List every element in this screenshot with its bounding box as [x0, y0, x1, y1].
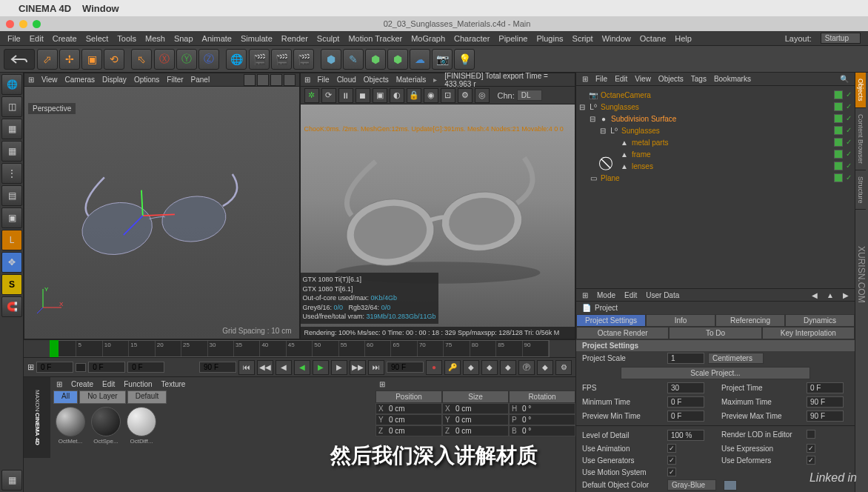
- vp-menu-filter[interactable]: Filter: [167, 76, 183, 84]
- goto-start-button[interactable]: ⏮: [238, 360, 255, 375]
- key-rot-button[interactable]: ◆: [500, 360, 516, 375]
- texture-mode[interactable]: ▦: [1, 119, 22, 139]
- obj-menu-file[interactable]: File: [595, 75, 607, 83]
- menu-mesh[interactable]: Mesh: [145, 34, 165, 43]
- mat-toggle-icon[interactable]: ⊞: [56, 380, 62, 388]
- menu-help[interactable]: Help: [675, 34, 692, 43]
- mat-tab-default[interactable]: Default: [127, 390, 167, 404]
- tree-item-label[interactable]: Sunglasses: [601, 103, 639, 111]
- attr-nav-up[interactable]: ▲: [827, 291, 834, 299]
- project-scale-field[interactable]: [667, 353, 704, 364]
- timeline[interactable]: 0 5 10 15 20 25 30 35 40 45 50 55 60 65 …: [24, 339, 575, 357]
- obj-menu-view[interactable]: View: [635, 75, 651, 83]
- menu-sculpt[interactable]: Sculpt: [317, 34, 340, 43]
- octane-start-icon[interactable]: ✲: [304, 88, 319, 103]
- menu-plugins[interactable]: Plugins: [536, 34, 563, 43]
- attr-menu-userdata[interactable]: User Data: [646, 291, 679, 299]
- octane-stop-icon[interactable]: ⏹: [355, 88, 370, 103]
- use-generators-checkbox[interactable]: [667, 456, 676, 465]
- lod-field[interactable]: [667, 430, 704, 441]
- menu-create[interactable]: Create: [53, 34, 77, 43]
- record-button[interactable]: ●: [426, 360, 442, 375]
- key-pla-button[interactable]: ◆: [537, 360, 553, 375]
- tree-item[interactable]: 📷 OctaneCamera ✓: [579, 89, 852, 101]
- menu-tools[interactable]: Tools: [117, 34, 136, 43]
- add-generator[interactable]: ⬢: [365, 49, 386, 70]
- tree-item-label[interactable]: Sunglasses: [621, 127, 660, 135]
- timeline-cursor[interactable]: [50, 340, 59, 357]
- scale-tool[interactable]: ▣: [81, 49, 102, 70]
- color-swatch[interactable]: [724, 480, 737, 491]
- tree-item-label[interactable]: Subdivision Surface: [611, 115, 676, 123]
- menu-file[interactable]: File: [7, 34, 21, 43]
- tab-project-settings[interactable]: Project Settings: [576, 314, 646, 327]
- key-options-button[interactable]: ⚙: [555, 360, 572, 375]
- coord-system[interactable]: 🌐: [226, 49, 247, 70]
- enable-tag[interactable]: ✓: [846, 150, 852, 159]
- workplane[interactable]: ▦: [1, 470, 22, 491]
- enable-tag[interactable]: ✓: [846, 126, 852, 135]
- maximize-button[interactable]: [33, 20, 41, 28]
- minimize-button[interactable]: [19, 20, 27, 28]
- visibility-tag[interactable]: [834, 162, 843, 170]
- use-animation-checkbox[interactable]: [667, 444, 676, 453]
- mat-menu-create[interactable]: Create: [71, 380, 93, 388]
- preview-min-field[interactable]: [667, 410, 704, 422]
- close-button[interactable]: [6, 20, 14, 28]
- menu-script[interactable]: Script: [572, 34, 593, 43]
- z-axis-lock[interactable]: Ⓩ: [198, 49, 219, 70]
- make-editable[interactable]: 🌐: [1, 74, 22, 95]
- tweak-mode[interactable]: ✥: [1, 252, 22, 273]
- add-primitive[interactable]: ⬢: [321, 49, 341, 70]
- tree-item-label[interactable]: OctaneCamera: [601, 91, 651, 99]
- fps-field[interactable]: [667, 382, 704, 393]
- preview-start-field[interactable]: [127, 362, 164, 373]
- x-axis-lock[interactable]: Ⓧ: [154, 49, 175, 70]
- tree-toggle-icon[interactable]: ⊟: [590, 115, 598, 123]
- add-environment[interactable]: ☁: [410, 49, 430, 70]
- oct-menu-materials[interactable]: Materials: [396, 76, 427, 84]
- undo-button[interactable]: [4, 49, 35, 70]
- preview-max-field[interactable]: [807, 410, 844, 422]
- material-swatch[interactable]: OctMet...: [53, 407, 87, 445]
- mat-menu-texture[interactable]: Texture: [161, 380, 186, 388]
- pos-z-field[interactable]: 0 cm: [389, 427, 405, 435]
- render-picture[interactable]: 🎬: [271, 49, 292, 70]
- size-x-field[interactable]: 0 cm: [455, 405, 472, 413]
- render-lod-checkbox[interactable]: [807, 430, 815, 439]
- play-backward-button[interactable]: ◀: [294, 360, 310, 375]
- octane-settings-icon[interactable]: ⚙: [458, 88, 473, 103]
- octane-clay-icon[interactable]: ◐: [390, 88, 404, 103]
- key-pos-button[interactable]: ◆: [463, 360, 479, 375]
- tree-toggle-icon[interactable]: ⊟: [579, 103, 588, 111]
- project-scale-unit[interactable]: Centimeters: [708, 353, 764, 364]
- tree-item[interactable]: ▭ Plane ✓: [579, 172, 852, 184]
- menu-pipeline[interactable]: Pipeline: [498, 34, 527, 43]
- vp-pan-icon[interactable]: [244, 74, 256, 86]
- attr-toggle-icon[interactable]: ⊞: [582, 291, 588, 299]
- y-axis-lock[interactable]: Ⓨ: [176, 49, 197, 70]
- tree-item[interactable]: ⊟ L⁰ Sunglasses ✓: [579, 101, 852, 113]
- next-key-button[interactable]: ▶▶: [350, 360, 366, 375]
- vp-toggle-icon[interactable]: ⊞: [28, 76, 34, 84]
- visibility-tag[interactable]: [834, 102, 843, 111]
- object-tree[interactable]: 📷 OctaneCamera ✓ ⊟ L⁰ Sunglasses ✓ ⊟ ● S…: [576, 86, 855, 288]
- visibility-tag[interactable]: [834, 114, 843, 123]
- vtab-objects[interactable]: Objects: [855, 73, 866, 108]
- project-time-field[interactable]: [807, 382, 844, 393]
- octane-lock-icon[interactable]: 🔒: [407, 88, 421, 103]
- add-deformer[interactable]: ⬢: [387, 49, 408, 70]
- workplane-mode[interactable]: ▦: [1, 141, 22, 162]
- mat-menu-edit[interactable]: Edit: [102, 380, 115, 388]
- mat-menu-function[interactable]: Function: [124, 380, 152, 388]
- snap-toggle[interactable]: S: [1, 274, 22, 295]
- render-settings[interactable]: 🎬: [293, 49, 314, 70]
- add-spline[interactable]: ✎: [343, 49, 364, 70]
- enable-tag[interactable]: ✓: [846, 138, 852, 147]
- next-frame-button[interactable]: ▶: [331, 360, 347, 375]
- attr-nav-back[interactable]: ◀: [812, 291, 818, 299]
- tree-item-label[interactable]: lenses: [632, 162, 653, 170]
- vtab-structure[interactable]: Structure: [855, 170, 866, 210]
- tree-item-label[interactable]: frame: [632, 150, 651, 159]
- size-y-field[interactable]: 0 cm: [455, 416, 472, 424]
